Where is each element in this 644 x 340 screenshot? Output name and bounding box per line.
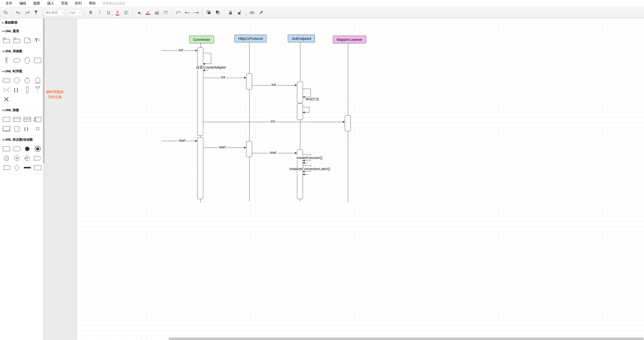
- line-dash-button[interactable]: [162, 8, 170, 17]
- connection-style-button[interactable]: [174, 8, 183, 17]
- self-bind[interactable]: [303, 89, 311, 97]
- self-initlatch-ret[interactable]: [303, 174, 308, 175]
- shape-initial[interactable]: [23, 145, 32, 153]
- shape-state-rect[interactable]: [2, 145, 11, 153]
- shape-port[interactable]: [33, 125, 42, 133]
- separator: [12, 9, 12, 16]
- shape-note[interactable]: [23, 36, 32, 44]
- self-setadapter-return[interactable]: [203, 70, 208, 71]
- to-back-button[interactable]: [214, 8, 222, 17]
- redo-button[interactable]: [23, 8, 32, 17]
- shape-bracket[interactable]: { }: [23, 125, 32, 133]
- shape-object[interactable]: [2, 125, 11, 133]
- svg-rect-83: [34, 165, 41, 170]
- shape-lifeline-header[interactable]: [2, 76, 11, 84]
- shape-receive-signal[interactable]: [2, 164, 11, 172]
- menu-page[interactable]: 页面: [58, 0, 72, 7]
- shape-component[interactable]: [33, 115, 42, 123]
- format-painter-button[interactable]: [32, 8, 40, 17]
- magic-wand-button[interactable]: [257, 8, 265, 17]
- shape-activation[interactable]: [23, 86, 32, 94]
- font-size-select[interactable]: 13px⇕: [68, 9, 82, 16]
- shape-entity[interactable]: [33, 76, 42, 84]
- shape-constraint[interactable]: [2, 86, 11, 94]
- horizontal-scrollbar[interactable]: [168, 338, 644, 340]
- font-color-button[interactable]: A: [113, 8, 122, 17]
- self-bind-ret[interactable]: [303, 107, 309, 112]
- sidebar-scrollbar[interactable]: [43, 18, 44, 340]
- italic-button[interactable]: I: [96, 8, 104, 17]
- menu-arrange[interactable]: 排列: [72, 0, 85, 7]
- section-uml-class[interactable]: UML 类图: [0, 106, 44, 114]
- menu-insert[interactable]: 插入: [44, 0, 58, 7]
- svg-rect-25: [229, 12, 232, 14]
- activation-http11-init[interactable]: [246, 73, 252, 89]
- fill-color-button[interactable]: [135, 8, 143, 17]
- undo-button[interactable]: [14, 8, 22, 17]
- shape-decision[interactable]: [12, 164, 21, 172]
- activation-connector-start[interactable]: [197, 137, 203, 199]
- activation-connector-init[interactable]: [197, 47, 203, 136]
- section-uml-state[interactable]: UML 状态图/活动图: [0, 135, 44, 144]
- shape-usecase-ext[interactable]: [23, 56, 32, 64]
- arrow-start-button[interactable]: [183, 8, 192, 17]
- line-color-button[interactable]: [144, 8, 152, 17]
- menu-help[interactable]: 帮助: [85, 0, 99, 7]
- participant-http11protocol[interactable]: Http11Protocol: [234, 35, 266, 42]
- separator: [246, 9, 246, 16]
- shape-alt-fragment[interactable]: { }: [12, 86, 21, 94]
- shape-package[interactable]: [2, 36, 11, 44]
- font-family-select[interactable]: 微软雅黑▾: [44, 9, 65, 16]
- to-front-button[interactable]: [205, 8, 213, 17]
- link-button[interactable]: [248, 8, 256, 17]
- shape-state-round[interactable]: [12, 145, 21, 153]
- shape-class-2sec[interactable]: [12, 115, 21, 123]
- align-button[interactable]: [122, 8, 131, 17]
- shape-history-deep[interactable]: H*: [23, 154, 32, 162]
- bold-button[interactable]: B: [86, 8, 95, 17]
- shape-final[interactable]: [33, 145, 42, 153]
- self-setadapter[interactable]: [203, 53, 211, 64]
- shape-control[interactable]: [23, 76, 32, 84]
- activation-http11-start[interactable]: [246, 141, 252, 157]
- svg-rect-67: [15, 126, 19, 132]
- shape-text[interactable]: T: [33, 36, 42, 44]
- section-uml-usecase[interactable]: UML 用例图: [0, 47, 44, 55]
- participant-mapperlistener[interactable]: MapperListener: [333, 36, 366, 43]
- shape-send-signal[interactable]: [33, 154, 42, 162]
- shape-terminate[interactable]: [2, 154, 11, 162]
- line-style-button[interactable]: [153, 8, 161, 17]
- shape-history[interactable]: H: [12, 154, 21, 162]
- shape-package-2[interactable]: [12, 36, 21, 44]
- activation-mapper-init[interactable]: [345, 115, 351, 131]
- activation-jio-init[interactable]: [297, 82, 303, 103]
- menu-view[interactable]: 视图: [30, 0, 44, 7]
- shape-usecase[interactable]: [12, 56, 21, 64]
- canvas[interactable]: Connector Http11Protocol JIoEndpoint Map…: [77, 18, 644, 340]
- arrow-end-button[interactable]: [192, 8, 200, 17]
- shape-interface[interactable]: [12, 125, 21, 133]
- participant-connector[interactable]: Connector: [190, 36, 214, 43]
- participant-jioendpoint[interactable]: JIoEndpoint: [288, 35, 315, 42]
- menu-edit[interactable]: 编辑: [16, 0, 30, 7]
- shape-boundary[interactable]: [33, 56, 42, 64]
- section-uml-sequence[interactable]: UML 时序图: [0, 67, 44, 75]
- self-createexec-ret[interactable]: [303, 163, 308, 163]
- shape-lifeline-circle[interactable]: [12, 76, 21, 84]
- section-uml-common[interactable]: UML 通用: [0, 27, 44, 35]
- zoom-button[interactable]: [2, 8, 10, 17]
- shape-class-3sec[interactable]: [23, 115, 32, 123]
- shape-lifeline[interactable]: [33, 86, 42, 94]
- shape-object-node[interactable]: [33, 164, 42, 172]
- self-setadapter-label: 设置CoyoteAdapter: [195, 65, 227, 70]
- activation-jio-bind[interactable]: [297, 103, 303, 120]
- section-basic-shapes[interactable]: 基础图形: [0, 18, 44, 27]
- shape-actor[interactable]: [2, 56, 11, 64]
- underline-button[interactable]: U: [104, 8, 113, 17]
- shape-fork[interactable]: [23, 164, 32, 172]
- shape-destroy[interactable]: [2, 95, 11, 103]
- menu-file[interactable]: 文件: [2, 0, 16, 7]
- shape-class[interactable]: [2, 115, 11, 123]
- lock-button[interactable]: [226, 8, 235, 17]
- unlock-button[interactable]: [235, 8, 244, 17]
